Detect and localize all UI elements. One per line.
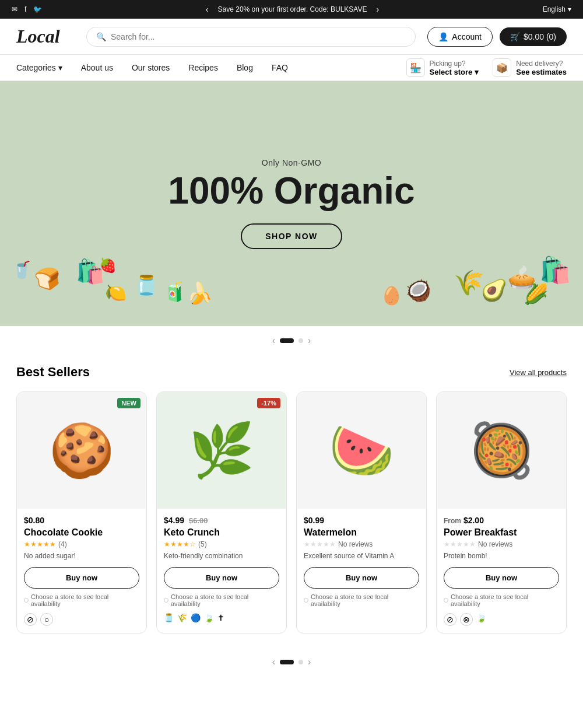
carousel-prev-button[interactable]: ‹ [272, 335, 275, 346]
nav-store-options: 🏪 Picking up? Select store ▾ 📦 Need deli… [406, 58, 567, 77]
pickup-text: Picking up? Select store ▾ [430, 60, 479, 76]
social-icons: ✉ f 🐦 [12, 5, 42, 13]
facebook-icon[interactable]: f [24, 5, 26, 13]
product-stars-4: ★★★★★ No reviews [444, 540, 559, 548]
hero-flour-icon: 🌾 [454, 268, 484, 297]
product-image-3: 🍉 [297, 392, 426, 509]
product-carousel-nav: ‹ › [0, 648, 583, 681]
tag-grain-icon: 🌾 [177, 613, 187, 622]
product-dot-2[interactable] [298, 660, 303, 664]
store-icon: 🏪 [406, 58, 425, 77]
product-info-2: $4.99 $6.00 Keto Crunch ★★★★☆ (5) Keto-f… [157, 509, 286, 633]
search-icon: 🔍 [96, 32, 106, 41]
availability-dot-2 [164, 598, 168, 603]
product-badge-2: -17% [257, 398, 280, 408]
tag-leaf-icon: 🍃 [204, 613, 214, 622]
pickup-option[interactable]: 🏪 Picking up? Select store ▾ [406, 58, 479, 77]
nav-item-blog[interactable]: Blog [227, 55, 262, 80]
best-sellers-section: Best Sellers View all products 🍪 NEW $0.… [0, 355, 583, 648]
tag-circle-icon: ○ [40, 613, 53, 626]
availability-2: Choose a store to see local availability [164, 593, 279, 607]
product-name-3: Watermelon [304, 527, 419, 538]
nav-blog-label: Blog [237, 63, 253, 72]
tag-jar-icon: 🫙 [164, 613, 174, 622]
nav-item-faq[interactable]: FAQ [262, 55, 297, 80]
section-header: Best Sellers View all products [16, 365, 567, 380]
language-selector[interactable]: English ▾ [543, 5, 571, 13]
shop-now-button[interactable]: SHOP NOW [241, 223, 342, 249]
product-card-3: 🍉 $0.99 Watermelon ★★★★★ No reviews Exce… [296, 391, 427, 634]
nav-item-recipes[interactable]: Recipes [179, 55, 227, 80]
product-emoji-2: 🌿 [189, 420, 254, 481]
product-stars-2: ★★★★☆ (5) [164, 540, 279, 548]
account-button[interactable]: 👤 Account [427, 27, 493, 47]
delivery-icon: 📦 [493, 58, 511, 77]
product-desc-3: Excellent source of Vitamin A [304, 552, 419, 560]
hero-content: Only Non-GMO 100% Organic SHOP NOW [168, 158, 415, 249]
product-info-3: $0.99 Watermelon ★★★★★ No reviews Excell… [297, 509, 426, 633]
buy-button-1[interactable]: Buy now [24, 567, 139, 589]
cart-icon: 🛒 [510, 32, 520, 41]
language-chevron-icon: ▾ [568, 5, 571, 13]
navigation: Categories ▾ About us Our stores Recipes… [0, 55, 583, 81]
search-bar[interactable]: 🔍 [86, 27, 416, 47]
top-bar: ✉ f 🐦 ‹ Save 20% on your first order. Co… [0, 0, 583, 19]
nav-item-stores[interactable]: Our stores [122, 55, 179, 80]
tag-blue-circle-icon: 🔵 [191, 613, 201, 622]
buy-button-2[interactable]: Buy now [164, 567, 279, 589]
hero-title: 100% Organic [168, 172, 415, 209]
tag-vegan-icon: ⊗ [460, 613, 473, 626]
product-carousel-next-button[interactable]: › [308, 657, 311, 667]
hero-bread-icon: 🍞 [33, 264, 64, 293]
product-dot-1[interactable] [280, 660, 294, 664]
promo-next-button[interactable]: › [376, 5, 379, 14]
product-desc-1: No added sugar! [24, 552, 139, 560]
product-tags-1: ⊘ ○ [24, 613, 139, 626]
account-label: Account [452, 32, 482, 41]
hero-eggs-icon: 🥚 [381, 285, 402, 306]
product-emoji-3: 🍉 [329, 420, 394, 481]
promo-bar: ‹ Save 20% on your first order. Code: BU… [42, 5, 542, 14]
hero-jar-icon: 🫙 [134, 274, 159, 297]
product-carousel-prev-button[interactable]: ‹ [272, 657, 275, 667]
product-image-4: 🥘 [437, 392, 566, 509]
nav-stores-label: Our stores [132, 63, 170, 72]
carousel-dot-2[interactable] [298, 338, 303, 343]
language-label: English [543, 5, 566, 13]
product-tags-4: ⊘ ⊗ 🍃 [444, 613, 559, 626]
product-tags-2: 🫙 🌾 🔵 🍃 ✝ [164, 613, 279, 622]
carousel-next-button[interactable]: › [308, 335, 311, 346]
nav-faq-label: FAQ [272, 63, 288, 72]
view-all-products-link[interactable]: View all products [510, 368, 567, 377]
buy-button-3[interactable]: Buy now [304, 567, 419, 589]
tag-plus-icon: ✝ [217, 613, 224, 622]
nav-item-categories[interactable]: Categories ▾ [16, 55, 72, 80]
search-input[interactable] [111, 32, 406, 41]
hero-banana-icon: 🍌 [187, 281, 213, 306]
availability-3: Choose a store to see local availability [304, 593, 419, 607]
nav-links: Categories ▾ About us Our stores Recipes… [16, 55, 297, 80]
section-title: Best Sellers [16, 365, 90, 380]
buy-button-4[interactable]: Buy now [444, 567, 559, 589]
twitter-icon[interactable]: 🐦 [33, 5, 42, 13]
promo-prev-button[interactable]: ‹ [206, 5, 209, 14]
nav-item-about[interactable]: About us [72, 55, 122, 80]
product-price-1: $0.80 [24, 516, 139, 525]
hero-drink-icon: 🧃 [163, 281, 187, 303]
pickup-label: Picking up? [430, 60, 479, 68]
hero-banner: 🥤 🍞 🛍️ 🍋 🍓 🫙 🧃 🍌 🛍️ 🥧 🌾 🥥 🥚 🥑 🌽 Only Non… [0, 81, 583, 326]
email-icon[interactable]: ✉ [12, 5, 17, 13]
availability-dot-1 [24, 598, 29, 603]
product-emoji-1: 🍪 [49, 420, 114, 481]
availability-dot-4 [444, 598, 448, 603]
product-name-4: Power Breakfast [444, 527, 559, 538]
product-grid: 🍪 NEW $0.80 Chocolate Cookie ★★★★★ (4) N… [16, 391, 567, 634]
product-image-2: 🌿 -17% [157, 392, 286, 509]
delivery-value: See estimates [516, 68, 567, 76]
product-info-4: From $2.00 Power Breakfast ★★★★★ No revi… [437, 509, 566, 633]
delivery-option[interactable]: 📦 Need delivery? See estimates [493, 58, 567, 77]
product-stars-1: ★★★★★ (4) [24, 540, 139, 548]
logo[interactable]: Local [16, 26, 75, 47]
carousel-dot-1[interactable] [280, 338, 294, 343]
cart-button[interactable]: 🛒 $0.00 (0) [500, 27, 567, 46]
